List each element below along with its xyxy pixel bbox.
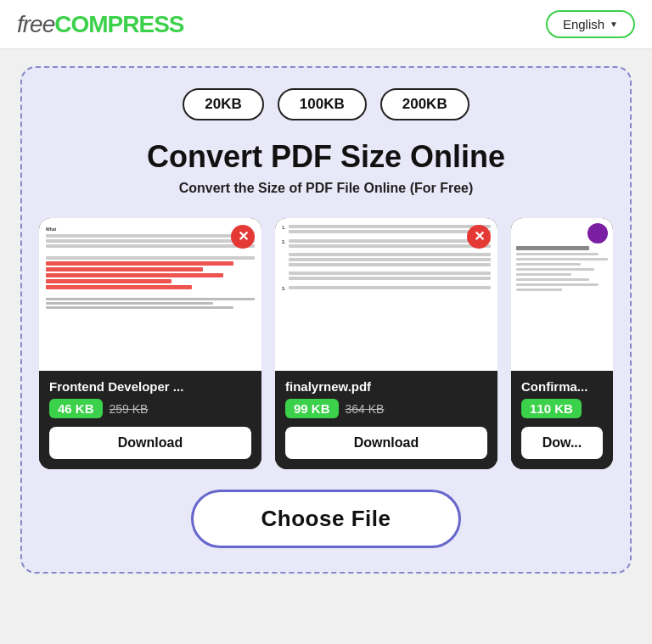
page-subtitle: Convert the Size of PDF File Online (For… xyxy=(39,181,613,196)
card-info-2: finalyrnew.pdf 99 KB 364 KB Download xyxy=(275,371,497,469)
download-button-3[interactable]: Dow... xyxy=(521,427,603,459)
doc-preview-3 xyxy=(511,218,613,371)
file-card-2: ✕ 1. 2. xyxy=(275,218,497,469)
language-label: English xyxy=(563,17,604,31)
chevron-down-icon: ▼ xyxy=(610,20,618,29)
choose-file-button[interactable]: Choose File xyxy=(191,490,462,548)
choose-file-section: Choose File xyxy=(39,490,613,548)
card-new-size-1: 46 KB xyxy=(49,399,103,418)
download-button-2[interactable]: Download xyxy=(285,427,487,459)
card-filename-3: Confirma... xyxy=(521,379,603,394)
size-presets-row: 20KB 100KB 200KB xyxy=(39,88,613,120)
card-sizes-1: 46 KB 259 KB xyxy=(49,399,251,418)
size-preset-20kb[interactable]: 20KB xyxy=(183,88,263,120)
doc-preview-2: 1. 2. xyxy=(275,218,497,371)
site-header: freeCOMPRESS English ▼ xyxy=(0,0,652,49)
card-old-size-1: 259 KB xyxy=(110,402,149,416)
card-filename-2: finalyrnew.pdf xyxy=(285,379,487,394)
card-filename-1: Frontend Developer ... xyxy=(49,379,251,394)
site-logo: freeCOMPRESS xyxy=(17,11,184,38)
main-content: 20KB 100KB 200KB Convert PDF Size Online… xyxy=(0,49,652,591)
card-info-3: Confirma... 110 KB Dow... xyxy=(511,371,613,469)
doc3-logo-icon xyxy=(587,223,608,244)
size-preset-100kb[interactable]: 100KB xyxy=(278,88,367,120)
size-preset-200kb[interactable]: 200KB xyxy=(380,88,469,120)
file-card-1: ✕ What xyxy=(39,218,261,469)
hero-section: Convert PDF Size Online Convert the Size… xyxy=(39,139,613,196)
card-preview-3 xyxy=(511,218,613,371)
card-preview-2: ✕ 1. 2. xyxy=(275,218,497,371)
file-card-3: Confirma... 110 KB Dow... xyxy=(511,218,613,469)
card-preview-1: ✕ What xyxy=(39,218,261,371)
upload-container: 20KB 100KB 200KB Convert PDF Size Online… xyxy=(20,66,632,574)
logo-free: free xyxy=(17,11,54,37)
card-old-size-2: 364 KB xyxy=(346,402,385,416)
file-cards-row: ✕ What xyxy=(39,218,613,469)
logo-compress: COMPRESS xyxy=(54,11,183,37)
page-title: Convert PDF Size Online xyxy=(39,139,613,174)
download-button-1[interactable]: Download xyxy=(49,427,251,459)
doc-preview-1: What xyxy=(39,218,261,371)
card-sizes-2: 99 KB 364 KB xyxy=(285,399,487,418)
language-selector[interactable]: English ▼ xyxy=(546,10,635,38)
card-new-size-2: 99 KB xyxy=(285,399,339,418)
card-new-size-3: 110 KB xyxy=(521,399,582,418)
card-sizes-3: 110 KB xyxy=(521,399,603,418)
card-info-1: Frontend Developer ... 46 KB 259 KB Down… xyxy=(39,371,261,469)
